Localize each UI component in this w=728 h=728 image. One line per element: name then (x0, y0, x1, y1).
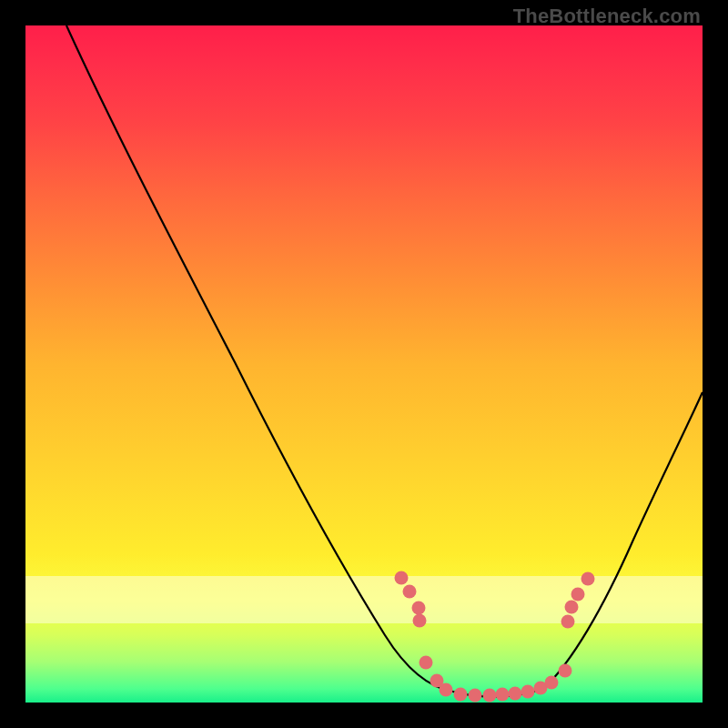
attribution-label: TheBottleneck.com (513, 5, 701, 28)
bead-dot (454, 688, 468, 702)
bead-dot (565, 601, 579, 614)
bead-dot (561, 615, 575, 629)
bead-dot (403, 585, 417, 599)
right-curve (544, 392, 703, 688)
bead-dot (395, 571, 409, 585)
bead-dot (420, 656, 433, 670)
bead-dot (545, 676, 559, 690)
bead-dot (469, 689, 482, 703)
bead-dot (571, 588, 585, 602)
beads-group (395, 571, 595, 703)
bead-dot (509, 687, 522, 701)
bead-dot (412, 602, 426, 615)
curves-svg (25, 25, 703, 703)
bead-dot (521, 685, 535, 699)
bead-dot (413, 614, 427, 628)
bead-dot (440, 683, 453, 697)
bead-dot (496, 688, 510, 702)
left-curve (66, 25, 453, 692)
bead-dot (483, 689, 497, 703)
plot-frame (25, 25, 703, 703)
bead-dot (581, 572, 595, 586)
bead-dot (559, 664, 572, 678)
